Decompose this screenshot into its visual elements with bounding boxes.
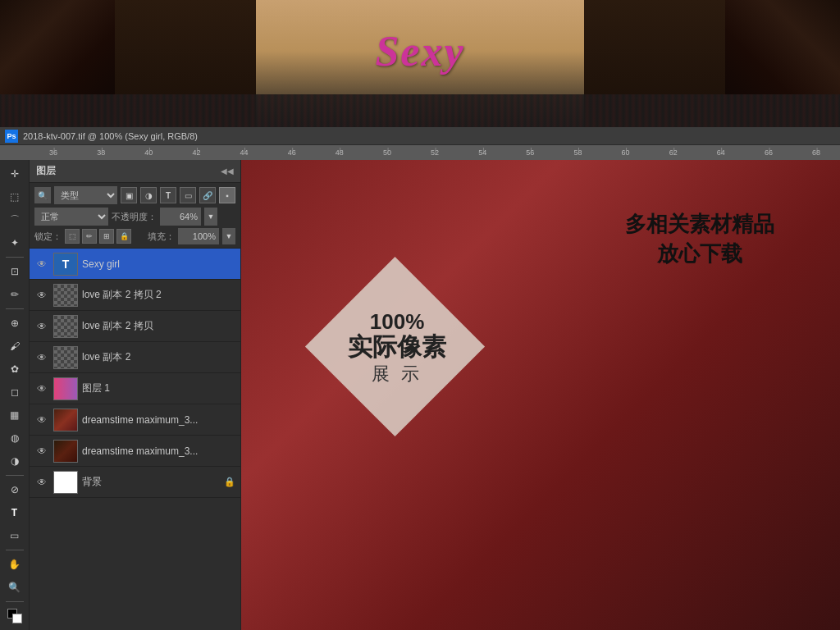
diamond-content: 100% 实际像素 展 示 [307, 258, 487, 439]
layer-name: love 副本 2 拷贝 [82, 319, 235, 333]
dodge-tool[interactable]: ◑ [4, 450, 25, 472]
lasso-tool[interactable]: ⌒ [4, 209, 25, 231]
lock-artboards-icon[interactable]: ⊞ [99, 229, 114, 244]
tool-separator-4 [6, 550, 24, 550]
tool-separator-2 [6, 308, 24, 309]
layer-name: dreamstime maximum_3... [82, 414, 235, 426]
filter-type-icon[interactable]: T [160, 187, 176, 203]
layer-name: dreamstime maximum_3... [82, 445, 235, 457]
diamond-percent-text: 100% [370, 311, 425, 332]
layer-thumbnail [53, 315, 78, 338]
layer-visibility-eye[interactable]: 👁 [34, 413, 49, 427]
ps-logo: Ps [5, 130, 18, 143]
layer-item-sexy-girl[interactable]: 👁 T Sexy girl [30, 249, 240, 280]
title-bar: Ps 2018-ktv-007.tif @ 100% (Sexy girl, R… [0, 127, 840, 145]
layer-name: 背景 [82, 475, 220, 489]
lock-all-icon[interactable]: 🔒 [116, 229, 131, 244]
pen-tool[interactable]: ⊘ [4, 479, 25, 500]
layer-visibility-eye[interactable]: 👁 [34, 381, 49, 396]
layer-name: love 副本 2 拷贝 2 [82, 288, 235, 302]
opacity-input[interactable] [160, 208, 201, 226]
layer-thumbnail [53, 377, 78, 400]
lock-fill-row: 锁定： ⬚ ✏ ⊞ 🔒 填充： ▼ [34, 228, 235, 244]
layer-item-dreamstime1[interactable]: 👁 dreamstime maximum_3... [30, 404, 240, 436]
lock-position-icon[interactable]: ✏ [82, 229, 97, 244]
zoom-tool[interactable]: 🔍 [4, 577, 25, 598]
filter-adjustment-icon[interactable]: ◑ [140, 187, 157, 203]
filter-toggle-btn[interactable]: ▪ [219, 187, 235, 203]
magic-wand-tool[interactable]: ✦ [4, 232, 25, 253]
filter-smart-icon[interactable]: 🔗 [199, 187, 216, 203]
layer-item-love-copy[interactable]: 👁 love 副本 2 [30, 342, 240, 373]
eraser-tool[interactable]: ◻ [4, 381, 25, 403]
lock-icons-group: ⬚ ✏ ⊞ 🔒 [65, 229, 131, 244]
ruler-numbers: 36 38 40 42 44 46 48 50 52 54 56 58 60 6… [0, 148, 840, 157]
fill-input[interactable] [178, 228, 219, 244]
layer-item-love-copy2-2[interactable]: 👁 love 副本 2 拷贝 2 [30, 280, 240, 311]
tool-separator-3 [6, 475, 24, 476]
filter-type-select[interactable]: 类型 [54, 186, 117, 204]
layer-visibility-eye[interactable]: 👁 [34, 288, 49, 303]
layers-panel-header: 图层 ◀◀ [30, 160, 240, 183]
opacity-arrow-btn[interactable]: ▼ [204, 208, 217, 226]
layer-thumb-image [54, 409, 77, 431]
lock-pixels-icon[interactable]: ⬚ [65, 229, 80, 244]
hand-tool[interactable]: ✋ [4, 554, 25, 575]
diamond-container: 100% 实际像素 展 示 [307, 258, 487, 439]
blend-mode-select[interactable]: 正常 [34, 208, 108, 226]
layers-list: 👁 T Sexy girl 👁 love 副本 2 拷贝 2 👁 [30, 249, 240, 630]
layers-panel-title: 图层 [36, 164, 56, 178]
layer-thumb-checker [54, 347, 77, 368]
select-rect-tool[interactable]: ⬚ [4, 186, 25, 208]
workspace: ✛ ⬚ ⌒ ✦ ⊡ ✏ ⊕ 🖌 ✿ ◻ ▦ ◍ ◑ ⊘ T ▭ ✋ 🔍 [0, 160, 840, 630]
layer-item-background[interactable]: 👁 背景 🔒 [30, 467, 240, 498]
clone-tool[interactable]: ✿ [4, 358, 25, 380]
layer-visibility-eye[interactable]: 👁 [34, 350, 49, 365]
panel-collapse-arrows[interactable]: ◀◀ [221, 167, 234, 176]
diamond-main-text: 实际像素 [348, 332, 446, 362]
ruler: 36 38 40 42 44 46 48 50 52 54 56 58 60 6… [0, 145, 840, 160]
layer-visibility-eye[interactable]: 👁 [34, 319, 49, 334]
fg-bg-colors[interactable] [4, 605, 25, 627]
layer-visibility-eye[interactable]: 👁 [34, 257, 49, 272]
layer-visibility-eye[interactable]: 👁 [34, 475, 49, 490]
layer-search-row: 🔍 类型 ▣ ◑ T ▭ 🔗 ▪ [34, 186, 235, 204]
gradient-tool[interactable]: ▦ [4, 404, 25, 426]
layer-item-love-copy2[interactable]: 👁 love 副本 2 拷贝 [30, 311, 240, 342]
crop-tool[interactable]: ⊡ [4, 261, 25, 282]
layer-thumb-white [54, 472, 77, 493]
diamond-sub-text: 展 示 [372, 362, 422, 386]
layer-item-layer1[interactable]: 👁 图层 1 [30, 373, 240, 404]
layer-thumbnail [53, 346, 78, 369]
canvas-text-top: 多相关素材精品 放心下载 [625, 209, 774, 269]
tool-separator-1 [6, 257, 24, 258]
layer-thumb-checker [54, 285, 77, 306]
heal-tool[interactable]: ⊕ [4, 313, 25, 334]
text-tool[interactable]: T [4, 502, 25, 523]
layer-name: Sexy girl [82, 258, 235, 270]
canvas-area: 多相关素材精品 放心下载 100% 实际像素 展 示 [241, 160, 840, 630]
tool-separator-5 [6, 601, 24, 602]
filter-shape-icon[interactable]: ▭ [180, 187, 196, 203]
move-tool[interactable]: ✛ [4, 163, 25, 185]
shape-tool[interactable]: ▭ [4, 525, 25, 546]
layer-search-icon[interactable]: 🔍 [34, 187, 51, 203]
layer-visibility-eye[interactable]: 👁 [34, 444, 49, 459]
canvas-text-line2: 放心下载 [625, 239, 774, 268]
panels-area: 图层 ◀◀ 🔍 类型 ▣ ◑ T ▭ 🔗 ▪ [30, 160, 241, 630]
layer-thumbnail [53, 409, 78, 431]
opacity-label: 不透明度： [112, 211, 157, 223]
layer-thumb-gradient [54, 378, 77, 399]
brush-tool[interactable]: 🖌 [4, 336, 25, 357]
blur-tool[interactable]: ◍ [4, 427, 25, 449]
document-title: 2018-ktv-007.tif @ 100% (Sexy girl, RGB/… [23, 131, 198, 141]
layer-thumbnail [53, 440, 78, 463]
left-toolbar: ✛ ⬚ ⌒ ✦ ⊡ ✏ ⊕ 🖌 ✿ ◻ ▦ ◍ ◑ ⊘ T ▭ ✋ 🔍 [0, 160, 30, 630]
layer-thumbnail [53, 471, 78, 494]
opacity-row: 不透明度： ▼ [112, 208, 235, 226]
filter-pixel-icon[interactable]: ▣ [121, 187, 137, 203]
lock-label: 锁定： [34, 231, 62, 243]
fill-arrow-btn[interactable]: ▼ [222, 228, 235, 244]
layer-item-dreamstime2[interactable]: 👁 dreamstime maximum_3... [30, 436, 240, 467]
eyedropper-tool[interactable]: ✏ [4, 284, 25, 305]
